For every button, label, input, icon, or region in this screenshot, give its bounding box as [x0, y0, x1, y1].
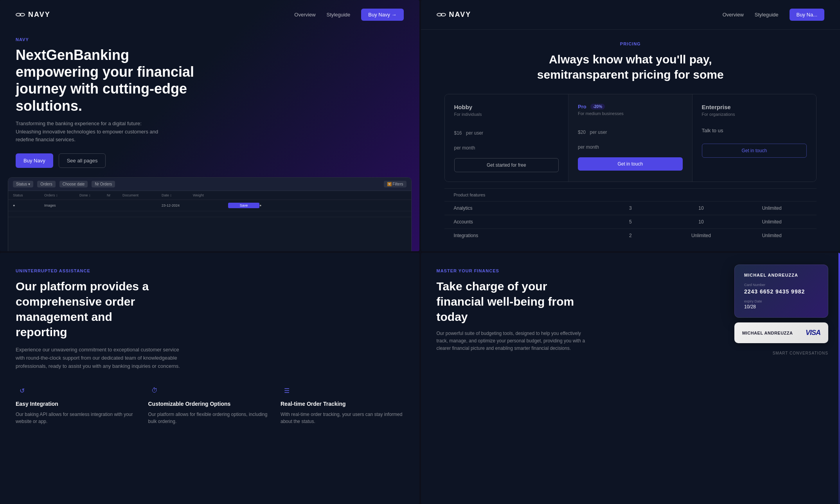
toolbar-date: Choose date — [59, 181, 88, 187]
nav-styleguide-2[interactable]: Styleguide — [755, 12, 779, 18]
card-container: MICHAEL ANDREUZZA Card Number 2243 6652 … — [734, 265, 828, 355]
integration-icon: ↺ — [16, 384, 28, 397]
tier-enterprise-name: Enterprise — [702, 104, 807, 110]
logo-2: NAVY — [437, 11, 471, 19]
feature-ordering: ⏱ Customizable Ordering Options Our plat… — [148, 384, 272, 425]
brand-name: NAVY — [28, 11, 50, 19]
card-expiry-label: expiry Date — [744, 299, 818, 303]
pricing-nav: NAVY Overview Styleguide Buy Na... — [421, 0, 840, 30]
visa-logo: VISA — [806, 329, 820, 337]
feature-analytics-name: Analytics — [454, 205, 595, 211]
order-management-quadrant: UNINTERRUPTED ASSISTANCE Our platform pr… — [0, 253, 419, 504]
order-section-title: Our platform provides a comprehensive or… — [16, 279, 164, 340]
features-list: ↺ Easy Integration Our baking API allows… — [16, 384, 404, 425]
pro-cta-button[interactable]: Get in touch — [578, 157, 683, 171]
logo: NAVY — [16, 11, 50, 19]
nav-overview-2[interactable]: Overview — [723, 12, 744, 18]
card-number: 2243 6652 9435 9982 — [744, 288, 818, 295]
buy-navy-button-2[interactable]: Buy Na... — [790, 9, 824, 21]
tier-hobby-name: Hobby — [454, 104, 559, 110]
hero-title: NextGenBanking empowering your financial… — [16, 47, 211, 114]
pricing-quadrant: NAVY Overview Styleguide Buy Na... PRICI… — [421, 0, 840, 251]
tracking-title: Real-time Order Tracking — [281, 401, 404, 407]
ordering-icon: ⏱ — [148, 384, 161, 397]
ordering-desc: Our platform allows for flexible orderin… — [148, 411, 272, 425]
tier-pro-price: $20 per userper month — [578, 121, 683, 151]
credit-card-light: MICHAEL ANDREUZZA VISA — [734, 322, 828, 343]
feature-accounts-pro: 10 — [666, 219, 737, 225]
toolbar-status: Status ▾ — [13, 181, 33, 187]
feature-accounts-ent: Unlimited — [736, 219, 807, 225]
table-row — [8, 211, 411, 217]
order-section-label: UNINTERRUPTED ASSISTANCE — [16, 268, 404, 273]
finance-body: Our powerful suite of budgeting tools, d… — [437, 330, 585, 353]
filter-button[interactable]: 🔽 Filters — [384, 181, 407, 187]
feature-row-accounts: Accounts 5 10 Unlimited — [444, 215, 817, 229]
enterprise-cta-button[interactable]: Get in touch — [702, 144, 807, 158]
pricing-label: PRICING — [444, 41, 817, 46]
pricing-hobby: Hobby For individuals $16 per userper mo… — [445, 94, 569, 182]
nav-overview[interactable]: Overview — [294, 12, 315, 18]
card-bottom-name: MICHAEL ANDREUZZA — [742, 331, 793, 335]
credit-card-dark: MICHAEL ANDREUZZA Card Number 2243 6652 … — [734, 265, 828, 318]
pricing-content: PRICING Always know what you'll pay,semi… — [421, 30, 840, 251]
hero-pages-button[interactable]: See all pages — [59, 153, 106, 168]
nav-links-2: Overview Styleguide Buy Na... — [723, 9, 824, 21]
buy-navy-button[interactable]: Buy Navy → — [361, 9, 403, 21]
nav-styleguide[interactable]: Styleguide — [327, 12, 351, 18]
tier-pro-name: Pro -20% — [578, 104, 683, 110]
hero-brand-label: NAVY — [16, 37, 404, 42]
feature-accounts-hobby: 5 — [595, 219, 666, 225]
nav-links: Overview Styleguide Buy Navy → — [294, 9, 403, 21]
hero-buttons: Buy Navy See all pages — [16, 153, 404, 168]
features-header-row: Product features — [444, 188, 817, 201]
feature-analytics-hobby: 3 — [595, 205, 666, 211]
integration-title: Easy Integration — [16, 401, 139, 407]
pricing-title: Always know what you'll pay,semitranspar… — [444, 52, 817, 82]
feature-analytics-ent: Unlimited — [736, 205, 807, 211]
smart-conversations-label: SMART CONVERSATIONS — [734, 351, 828, 355]
logo-icon-2 — [437, 13, 446, 16]
tier-pro-sub: For medium businesses — [578, 111, 683, 116]
feature-row-analytics: Analytics 3 10 Unlimited — [444, 201, 817, 215]
toolbar-orders: Orders — [37, 181, 56, 187]
table-row: ● Images 23-12-2024 Save ● — [8, 200, 411, 211]
finance-content: MASTER YOUR FINANCES Take charge of your… — [421, 253, 840, 368]
talk-to-us: Talk to us — [702, 122, 807, 139]
feature-analytics-pro: 10 — [666, 205, 737, 211]
tier-hobby-sub: For individuals — [454, 112, 559, 117]
row-save-button[interactable]: Save — [228, 203, 259, 208]
order-section-body: Experience our unwavering commitment to … — [16, 346, 188, 370]
feature-integration: ↺ Easy Integration Our baking API allows… — [16, 384, 139, 425]
tracking-desc: With real-time order tracking, your user… — [281, 411, 404, 425]
logo-icon — [16, 13, 25, 16]
dashboard-mockup: Status ▾ Orders Choose date Nr Orders 🔽 … — [8, 177, 412, 251]
hero-content: NAVY NextGenBanking empowering your fina… — [0, 29, 419, 168]
tracking-icon: ☰ — [281, 384, 293, 397]
features-header-label: Product features — [454, 193, 595, 197]
feature-integrations-hobby: 2 — [595, 233, 666, 238]
finance-title: Take charge of your financial well-being… — [437, 279, 585, 324]
hobby-cta-button[interactable]: Get started for free — [454, 158, 559, 172]
tier-enterprise-sub: For organizations — [702, 112, 807, 117]
tier-hobby-price: $16 per userper month — [454, 122, 559, 152]
pricing-grid: Hobby For individuals $16 per userper mo… — [444, 94, 817, 182]
discount-badge: -20% — [590, 104, 605, 110]
card-holder-name: MICHAEL ANDREUZZA — [744, 273, 818, 277]
pricing-pro: Pro -20% For medium businesses $20 per u… — [568, 94, 693, 182]
card-number-label: Card Number — [744, 283, 818, 287]
table-header: Status Orders ↕ Done ↕ Nr Document Date … — [8, 191, 411, 200]
feature-tracking: ☰ Real-time Order Tracking With real-tim… — [281, 384, 404, 425]
brand-name-2: NAVY — [449, 11, 471, 19]
toolbar-nr: Nr Orders — [92, 181, 115, 187]
features-section: Product features Analytics 3 10 Unlimite… — [444, 182, 817, 242]
feature-row-integrations: Integrations 2 Unlimited Unlimited — [444, 229, 817, 242]
feature-integrations-ent: Unlimited — [736, 233, 807, 238]
feature-accounts-name: Accounts — [454, 219, 595, 225]
card-expiry: 10/28 — [744, 304, 818, 310]
finance-quadrant: MASTER YOUR FINANCES Take charge of your… — [421, 253, 840, 504]
feature-integrations-name: Integrations — [454, 233, 595, 238]
hero-buy-button[interactable]: Buy Navy — [16, 153, 53, 168]
pricing-enterprise: Enterprise For organizations Talk to us … — [693, 94, 817, 182]
integration-desc: Our baking API allows for seamless integ… — [16, 411, 139, 425]
